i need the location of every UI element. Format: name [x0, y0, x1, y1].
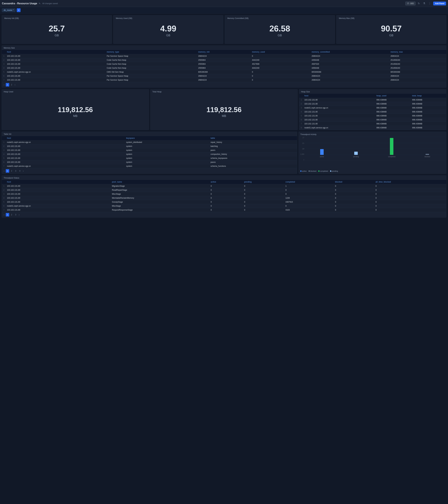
heap-size-body: 1 103.102.131.80 998.438MiB 998.438MiB 2…: [299, 98, 446, 130]
cell-active: 0: [209, 188, 242, 192]
cell-heap-used: 998.438MiB: [375, 110, 411, 114]
cell-total-heap: 998.438MiB: [411, 118, 446, 122]
table-row: 5 103.102.131.80 system schema_keyspaces: [2, 156, 297, 160]
add-panel-btn[interactable]: Add Panel: [433, 1, 446, 5]
row-num: 3: [2, 62, 5, 66]
memory-size-table-wrap: host memory_type memory_init memory_used…: [2, 50, 446, 82]
cell-memory-type: CMS Old Gen Heap: [105, 70, 197, 74]
metric-value-1: 4.99: [160, 24, 176, 33]
metric-card-3: Memory Max (GB) 90.57 GB: [336, 15, 447, 44]
header-controls: ⏱ -30D ↻ ⚗ ⋮ Add Panel: [405, 1, 446, 6]
cell-blocked: 0: [333, 192, 374, 196]
prev-page-btn[interactable]: ‹: [3, 83, 5, 86]
cell-blocked: 0: [333, 196, 374, 200]
col-num: [299, 94, 303, 98]
cell-heap-used: 998.438MiB: [375, 102, 411, 106]
metric-label-3: Memory Max (GB): [339, 17, 444, 19]
col-memory-max: memory_max: [389, 50, 446, 54]
bar-container-pending: [354, 134, 358, 155]
cell-blocked: 0: [333, 208, 374, 212]
cell-heap-used: 998.438MiB: [375, 106, 411, 110]
cell-memory-init: 805306368: [197, 70, 250, 74]
cell-keyspace: system: [124, 152, 209, 156]
table-row: 3 103.102.131.80 MiscStage 0 0 0 0 0: [2, 192, 446, 196]
cell-host: 103.102.131.80: [303, 110, 375, 114]
row-num: 6: [299, 118, 303, 122]
filter-btn[interactable]: ⚗: [422, 1, 426, 6]
page-2-btn[interactable]: 2: [10, 213, 13, 216]
next-page-btn[interactable]: ›: [18, 213, 20, 216]
cell-host: node01.ceph.service.vgp.vn: [5, 204, 110, 208]
cell-memory-used: 0: [250, 54, 310, 58]
cell-host: 103.102.131.80: [5, 200, 110, 204]
more-btn[interactable]: ⋮: [428, 1, 432, 6]
filter-tag[interactable]: db_cluster *: [2, 8, 16, 12]
col-total-heap: total_heap: [411, 94, 446, 98]
cell-host: 103.102.131.80: [5, 54, 105, 58]
col-heap-used: heap_used: [375, 94, 411, 98]
cell-active: 0: [209, 196, 242, 200]
row-num: 2: [2, 188, 5, 192]
memory-size-body: 1 103.102.131.80 Par Survivor Space Heap…: [2, 54, 446, 82]
table-row: 4 103.102.131.80 998.438MiB 998.438MiB: [299, 110, 446, 114]
row-num: 5: [2, 156, 5, 160]
cell-host: 103.102.131.80: [5, 152, 124, 156]
bar-active: [320, 149, 324, 155]
page-1-btn[interactable]: 1: [6, 169, 9, 173]
row-num: 1: [299, 98, 303, 102]
cell-memory-type: Code Cache Non-heap: [105, 62, 197, 66]
row-num: 6: [2, 74, 5, 78]
cell-table: peers: [209, 148, 297, 152]
cell-active: 0: [209, 184, 242, 188]
bar-group-active: active: [320, 134, 324, 158]
cell-host: 103.102.131.80: [5, 78, 105, 82]
cell-all-time-blocked: 0: [374, 200, 446, 204]
row-num: 5: [299, 114, 303, 118]
cell-memory-used: 4442240: [250, 58, 310, 62]
edit-icon[interactable]: ✎: [39, 2, 41, 5]
cell-memory-max: 26804224: [389, 78, 446, 82]
cell-total-heap: 998.438MiB: [411, 122, 446, 126]
table-row: 5 node01.ceph.service.vgp.vn CMS Old Gen…: [2, 70, 446, 74]
memory-size-panel: Memory Size host memory_type memory_init…: [1, 45, 447, 88]
page-1-btn[interactable]: 1: [6, 83, 9, 87]
page-1-btn[interactable]: 1: [6, 213, 9, 216]
cell-host: node01.ceph.service.vgp.vn: [5, 70, 105, 74]
page-3-btn[interactable]: 3: [14, 213, 17, 216]
next-page-btn[interactable]: ›: [22, 169, 24, 173]
prev-page-btn[interactable]: ‹: [3, 213, 5, 216]
cell-memory-max: 26804224: [389, 74, 446, 78]
cell-completed: 4487915: [284, 200, 333, 204]
metric-value-2: 26.58: [269, 24, 290, 33]
heap-size-header-row: host heap_used total_heap: [299, 94, 446, 98]
row-num: 3: [299, 106, 303, 110]
row-num: 1: [2, 140, 5, 144]
col-host: host: [303, 94, 375, 98]
next-page-btn[interactable]: ›: [14, 83, 16, 86]
time-range-btn[interactable]: ⏱ -30D: [405, 1, 415, 5]
row-num: 3: [2, 192, 5, 196]
bar-label-completed: completed: [388, 156, 395, 158]
page-2-btn[interactable]: 2: [10, 83, 13, 87]
page-2-btn[interactable]: 2: [10, 169, 13, 173]
cell-memory-max: 26804224: [389, 54, 446, 58]
row-num: 1: [2, 184, 5, 188]
cell-active: 0: [209, 204, 242, 208]
row-num: 7: [2, 164, 5, 168]
prev-page-btn[interactable]: ‹: [3, 169, 5, 173]
metric-unit-2: GB: [278, 34, 282, 37]
cell-memory-init: 26804224: [197, 78, 250, 82]
cell-table: repair_history: [209, 140, 297, 144]
cell-memory-type: Code Cache Non-heap: [105, 58, 197, 62]
cell-table: schema_functions: [209, 164, 297, 168]
col-all-time-blocked: all_time_blocked: [374, 180, 446, 184]
threadpool-status-table: host pool_name active pending completed …: [2, 180, 446, 212]
refresh-btn[interactable]: ↻: [417, 1, 421, 6]
table-row: 2 103.102.131.80 Code Cache Non-heap 255…: [2, 58, 446, 62]
page-4-btn[interactable]: 4: [18, 169, 22, 173]
page-3-btn[interactable]: 3: [14, 169, 17, 173]
metric-card-0: Memory Init (GB) 25.7 GB: [1, 15, 112, 44]
cell-heap-used: 998.438MiB: [375, 114, 411, 118]
add-filter-btn[interactable]: +: [17, 8, 20, 12]
cell-pool-name: MiscStage: [110, 204, 209, 208]
